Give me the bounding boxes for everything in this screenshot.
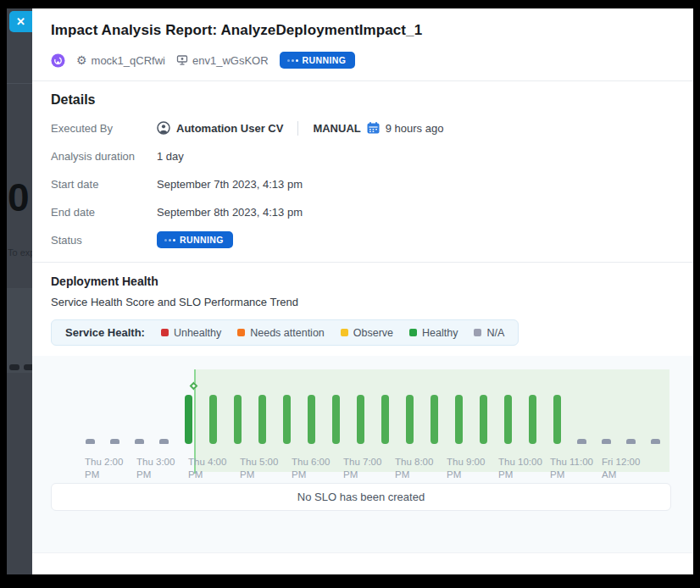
executed-by-row: Executed By Automation User CV MANUAL (51, 119, 674, 136)
health-bar-healthy[interactable] (504, 395, 512, 444)
x-axis-tick-label: Thu 6:00PM (292, 456, 351, 481)
row-label: Start date (51, 178, 157, 191)
running-dots-icon (287, 59, 298, 62)
health-bar-healthy[interactable] (332, 395, 340, 444)
service-chip[interactable]: ⚙ mock1_qCRfwi (76, 54, 165, 67)
header-meta-row: ⚙ mock1_qCRfwi env1_wGsKOR RUNNING (51, 52, 674, 69)
environment-name: env1_wGsKOR (192, 54, 269, 67)
x-axis-tick-label: Thu 5:00PM (240, 456, 299, 481)
health-bar-healthy[interactable] (308, 395, 315, 444)
health-bar-na[interactable] (159, 439, 169, 444)
impact-analysis-modal: Impact Analysis Report: AnalyzeDeploymen… (32, 8, 693, 574)
health-bar-healthy[interactable] (234, 395, 242, 444)
end-date-row: End date September 8th 2023, 4:13 pm (51, 203, 674, 220)
end-date-value: September 8th 2023, 4:13 pm (157, 206, 303, 219)
x-axis-tick-label: Thu 8:00PM (395, 456, 454, 481)
x-axis-tick-label: Thu 10:00PM (498, 456, 558, 481)
legend-label: Unhealthy (174, 327, 221, 339)
x-axis-tick-label: Thu 2:00PM (85, 456, 144, 481)
health-bar-na[interactable] (626, 439, 636, 444)
status-badge-label: RUNNING (180, 235, 224, 245)
details-section: Details Executed By Automation User CV M… (32, 81, 693, 262)
backdrop-chip (9, 364, 19, 370)
backdrop-chip (24, 364, 32, 370)
modal-header: Impact Analysis Report: AnalyzeDeploymen… (32, 8, 693, 80)
row-label: Analysis duration (51, 150, 157, 163)
health-bar-na[interactable] (110, 439, 119, 444)
legend-item: Observe (341, 327, 393, 339)
legend-label: Observe (353, 327, 393, 339)
health-bar-na[interactable] (135, 439, 144, 444)
duration-row: Analysis duration 1 day (51, 147, 674, 164)
legend-swatch-icon (341, 329, 348, 336)
duration-value: 1 day (157, 150, 184, 163)
environment-chip[interactable]: env1_wGsKOR (176, 54, 269, 67)
status-badge: RUNNING (280, 52, 356, 69)
status-badge: RUNNING (157, 231, 233, 248)
health-bar-healthy[interactable] (553, 395, 561, 444)
backdrop-band (7, 288, 32, 373)
backdrop-partial-text: To exp (8, 247, 32, 258)
environment-icon (176, 54, 188, 66)
health-chart-plot[interactable]: Thu 2:00PMThu 3:00PMThu 4:00PMThu 5:00PM… (51, 366, 674, 474)
deployment-health-section: Deployment Health Service Health Score a… (32, 263, 693, 346)
legend-swatch-icon (409, 329, 417, 336)
legend-item: Needs attention (237, 327, 325, 339)
health-bar-healthy[interactable] (406, 395, 414, 444)
page-backdrop: 0 To exp (7, 8, 32, 574)
x-axis-tick-label: Fri 12:00AM (602, 456, 661, 481)
screenshot-frame: 0 To exp ✕ Impact Analysis Report: Analy… (0, 0, 700, 588)
legend-swatch-icon (474, 329, 481, 336)
vertical-separator (297, 121, 298, 136)
health-bar-na[interactable] (651, 439, 660, 444)
legend-label: N/A (486, 327, 504, 339)
row-label: End date (51, 206, 157, 219)
service-name: mock1_qCRfwi (92, 54, 165, 67)
legend-label: Healthy (422, 327, 458, 339)
status-badge-label: RUNNING (303, 55, 347, 65)
health-bar-na[interactable] (577, 439, 586, 444)
health-bar-healthy[interactable] (185, 395, 192, 444)
row-value: Automation User CV MANUAL (157, 121, 443, 136)
health-bar-healthy[interactable] (209, 395, 217, 444)
health-bar-healthy[interactable] (480, 395, 487, 444)
service-health-legend: Service Health: UnhealthyNeeds attention… (51, 319, 519, 346)
legend-item: Healthy (409, 327, 458, 339)
modal-footer (32, 552, 693, 574)
page-title: Impact Analysis Report: AnalyzeDeploymen… (51, 22, 674, 39)
user-icon (157, 121, 170, 135)
trigger-type: MANUAL (313, 122, 360, 135)
legend-item: Unhealthy (161, 327, 221, 339)
x-axis-tick-label: Thu 11:00PM (550, 456, 609, 481)
health-chart-zone: Thu 2:00PMThu 3:00PMThu 4:00PMThu 5:00PM… (32, 356, 693, 552)
application-icon (51, 53, 65, 68)
health-bar-healthy[interactable] (381, 395, 389, 444)
executed-time: 9 hours ago (386, 122, 444, 135)
running-dots-icon (164, 239, 175, 241)
details-rows: Executed By Automation User CV MANUAL (51, 119, 674, 248)
deployment-health-heading: Deployment Health (51, 275, 674, 288)
row-value: RUNNING (157, 231, 233, 248)
health-bar-healthy[interactable] (455, 395, 463, 444)
health-bar-healthy[interactable] (431, 395, 438, 444)
legend-swatch-icon (237, 329, 245, 336)
health-bar-na[interactable] (602, 439, 611, 444)
gear-icon: ⚙ (76, 54, 87, 66)
x-axis-tick-label: Thu 7:00PM (343, 456, 403, 481)
x-axis-tick-label: Thu 4:00PM (188, 456, 247, 481)
close-button[interactable]: ✕ (9, 11, 32, 32)
health-bar-healthy[interactable] (529, 395, 536, 444)
start-date-value: September 7th 2023, 4:13 pm (157, 178, 303, 191)
row-label: Status (51, 234, 157, 247)
status-row: Status RUNNING (51, 231, 674, 248)
executed-by-user: Automation User CV (176, 122, 283, 135)
backdrop-divider (7, 83, 32, 84)
backdrop-big-number: 0 (8, 178, 30, 217)
x-axis-tick-label: Thu 9:00PM (447, 456, 506, 481)
x-axis-tick-label: Thu 3:00PM (136, 456, 196, 481)
legend-title: Service Health: (65, 326, 145, 339)
health-bar-na[interactable] (86, 439, 95, 444)
health-bar-healthy[interactable] (283, 395, 291, 444)
health-bar-healthy[interactable] (357, 395, 364, 444)
health-bar-healthy[interactable] (258, 395, 266, 444)
